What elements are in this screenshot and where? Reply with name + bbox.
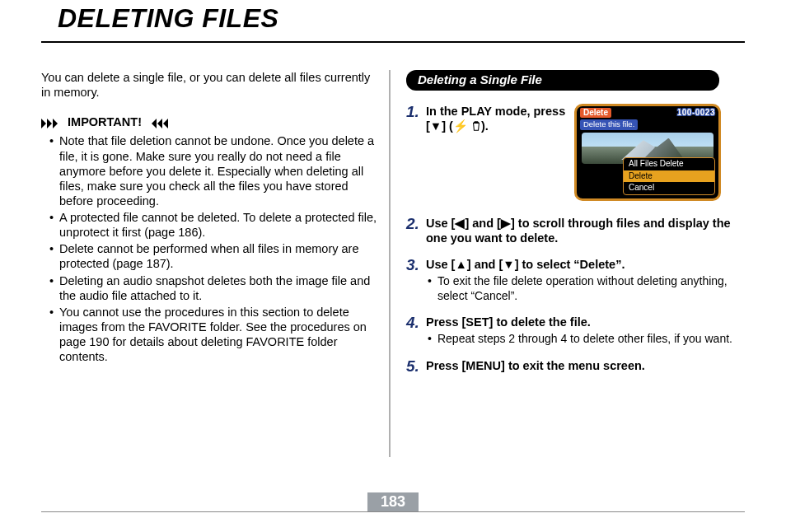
- important-bullets: Note that file deletion cannot be undone…: [41, 133, 380, 364]
- left-column: You can delete a single file, or you can…: [41, 70, 388, 465]
- step-text-part: ] to select “Delete”.: [515, 258, 625, 271]
- important-label-text: IMPORTANT!: [68, 115, 142, 128]
- right-column: Deleting a Single File 1. In the PLAY mo…: [391, 70, 745, 465]
- shot-menu-item-highlight: Delete: [624, 170, 714, 183]
- step-number: 3.: [406, 257, 426, 273]
- step-text: Press [SET] to delete the file. Repeat s…: [426, 315, 745, 347]
- step-text-part: Use [: [426, 217, 455, 230]
- important-heading: IMPORTANT!: [41, 114, 380, 130]
- title-rule: [41, 41, 745, 43]
- down-arrow-icon: ▼: [430, 119, 442, 133]
- left-arrow-icon: ◀: [455, 217, 465, 230]
- step-number: 5.: [406, 358, 426, 375]
- step-text: Press [MENU] to exit the menu screen.: [426, 358, 745, 373]
- trash-icon: [471, 119, 481, 133]
- step-1: 1. In the PLAY mode, press [▼] (⚡ ). Del…: [406, 104, 745, 201]
- shot-menu-item: Cancel: [624, 182, 714, 194]
- shot-mode-text: Delete: [580, 108, 611, 119]
- camera-screenshot: Delete 100-0023 Delete this file. All Fi…: [574, 104, 721, 201]
- intro-text: You can delete a single file, or you can…: [41, 70, 380, 100]
- shot-mode-label: Delete: [580, 108, 611, 119]
- section-heading: Deleting a Single File: [406, 70, 719, 91]
- page-title: DELETING FILES: [58, 3, 278, 34]
- footer-rule: [41, 511, 745, 512]
- content-columns: You can delete a single file, or you can…: [41, 70, 745, 465]
- step-number: 2.: [406, 216, 426, 232]
- step-text-part: Use [: [426, 258, 455, 271]
- shot-menu: All Files Delete Delete Cancel: [623, 157, 715, 195]
- manual-page: DELETING FILES You can delete a single f…: [0, 0, 786, 532]
- down-arrow-icon: ▼: [503, 258, 514, 271]
- step-text-part: ] (: [442, 119, 453, 133]
- right-arrow-icon: ▶: [501, 217, 511, 230]
- step-number: 4.: [406, 315, 426, 331]
- step-text-part: ).: [481, 119, 489, 133]
- divider-line: [389, 70, 391, 457]
- up-arrow-icon: ▲: [455, 258, 466, 271]
- page-number: 183: [367, 492, 419, 511]
- bullet-item: You cannot use the procedures in this se…: [59, 305, 380, 365]
- camera-screen: Delete 100-0023 Delete this file. All Fi…: [574, 104, 721, 201]
- step-text: Use [◀] and [▶] to scroll through files …: [426, 216, 745, 245]
- flash-icon: ⚡: [453, 119, 468, 133]
- step-text-part: ] and [: [467, 258, 503, 271]
- arrow-right-deco-icon: [41, 115, 64, 130]
- step-number: 1.: [406, 104, 426, 120]
- step-text-part: Press [SET] to delete the file.: [426, 315, 591, 329]
- step-5: 5. Press [MENU] to exit the menu screen.: [406, 358, 745, 375]
- step-2: 2. Use [◀] and [▶] to scroll through fil…: [406, 216, 745, 245]
- page-footer: 183: [41, 492, 745, 517]
- step-3: 3. Use [▲] and [▼] to select “Delete”. T…: [406, 257, 745, 303]
- shot-menu-item: All Files Delete: [624, 158, 714, 170]
- step-sub: To exit the file delete operation withou…: [426, 274, 745, 303]
- step-text: Use [▲] and [▼] to select “Delete”. To e…: [426, 257, 745, 303]
- bullet-item: Note that file deletion cannot be undone…: [59, 133, 380, 208]
- bullet-item: A protected file cannot be deleted. To d…: [59, 210, 380, 240]
- step-4: 4. Press [SET] to delete the file. Repea…: [406, 315, 745, 347]
- step-text: In the PLAY mode, press [▼] (⚡ ).: [426, 104, 566, 133]
- shot-file-id: 100-0023: [677, 108, 715, 119]
- shot-prompt: Delete this file.: [580, 119, 638, 130]
- bullet-item: Delete cannot be performed when all file…: [59, 241, 380, 271]
- bullet-item: Deleting an audio snapshot deletes both …: [59, 273, 380, 303]
- step-text-part: and [: [469, 217, 501, 230]
- arrow-left-deco-icon: [145, 115, 168, 130]
- step-sub: Repeat steps 2 through 4 to delete other…: [426, 332, 745, 347]
